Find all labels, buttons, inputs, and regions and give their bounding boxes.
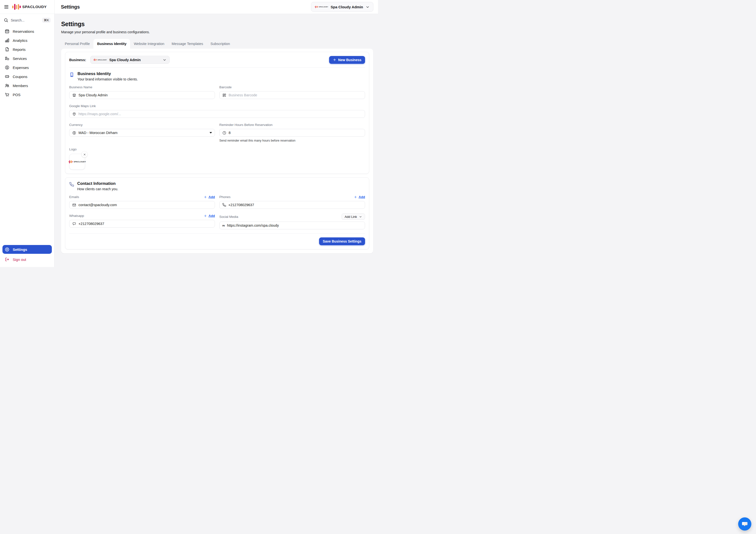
plus-icon (204, 214, 207, 218)
identity-section-title: Business Identity (77, 71, 138, 76)
email-input[interactable] (78, 203, 212, 207)
contact-section-header: Contact Information How clients can reac… (69, 181, 365, 191)
currency-value: MAD - Moroccan Dirham (78, 131, 118, 135)
currency-field: Currency MAD - Moroccan Dirham (69, 122, 215, 137)
sidebar-item-analytics[interactable]: Analytics (2, 36, 52, 45)
google-maps-field: Google Maps Link (69, 104, 365, 118)
sidebar-item-settings[interactable]: Settings (2, 245, 52, 254)
search-shortcut-badge: ⌘K (42, 17, 51, 23)
reminder-hours-field: Reminder Hours Before Reservation Send r… (219, 122, 365, 142)
business-name-input[interactable] (78, 93, 212, 97)
sidebar-item-label: Reservations (13, 29, 34, 34)
map-pin-icon (72, 112, 76, 116)
reminder-hours-help: Send reminder email this many hours befo… (219, 139, 365, 142)
sidebar-item-expenses[interactable]: Expenses (2, 63, 52, 72)
sidebar-item-pos[interactable]: POS (2, 90, 52, 99)
sign-out-icon (5, 257, 10, 262)
remove-logo-button[interactable] (82, 151, 87, 157)
add-phone-button[interactable]: Add (354, 195, 365, 199)
brand-logo-icon (94, 59, 97, 61)
chat-bubble-icon (72, 222, 76, 226)
social-media-label: Social Media (219, 215, 238, 219)
phones-label: Phones (219, 195, 230, 199)
caret-down-icon (209, 132, 212, 134)
logo-preview: SPACLOUDY (69, 154, 85, 170)
sidebar-item-reservations[interactable]: Reservations (2, 27, 52, 36)
brand-logo-icon (315, 6, 318, 8)
sidebar-nav: Reservations Analytics Reports Services … (0, 25, 54, 244)
building-icon (69, 72, 74, 81)
sidebar-item-label: Reports (13, 47, 26, 52)
sidebar-item-members[interactable]: Members (2, 81, 52, 90)
users-icon (5, 83, 10, 88)
storefront-icon (72, 93, 76, 97)
search-input[interactable] (11, 18, 40, 22)
logo-label: Logo (69, 147, 76, 151)
business-select-value: Spa Cloudy Admin (109, 58, 141, 62)
sidebar-search: ⌘K (0, 14, 54, 25)
tab-message-templates[interactable]: Message Templates (168, 39, 207, 49)
sidebar-item-label: Expenses (13, 66, 29, 70)
sidebar-footer: Settings Sign out (0, 244, 54, 267)
tab-business-identity[interactable]: Business Identity (94, 39, 130, 49)
main-area: Settings SPACLOUDY Spa Cloudy Admin Sett… (55, 0, 378, 267)
barcode-input[interactable] (229, 93, 362, 97)
sidebar-item-services[interactable]: Services (2, 54, 52, 63)
new-business-button[interactable]: New Business (329, 56, 365, 64)
whatsapp-input[interactable] (78, 222, 212, 226)
business-name-label: Business Name (69, 85, 93, 89)
save-business-settings-button[interactable]: Save Business Settings (319, 237, 365, 245)
plus-icon (333, 58, 337, 62)
ticket-icon (5, 74, 10, 79)
document-icon (5, 47, 10, 52)
topbar-title: Settings (61, 4, 80, 10)
sidebar-item-label: POS (13, 93, 20, 97)
contact-information-card: Contact Information How clients can reac… (65, 177, 369, 250)
business-switcher-row: Business: SPACLOUDY Spa Cloudy Admin New (69, 56, 365, 64)
phone-icon (69, 182, 74, 191)
chevron-down-icon (359, 215, 362, 218)
sidebar-item-signout[interactable]: Sign out (2, 255, 52, 264)
google-maps-input[interactable] (78, 112, 362, 116)
account-menu-button[interactable]: SPACLOUDY Spa Cloudy Admin (311, 2, 373, 12)
contact-section-subtitle: How clients can reach you. (77, 187, 118, 191)
add-email-button[interactable]: Add (204, 195, 215, 199)
tab-subscription[interactable]: Subscription (207, 39, 234, 49)
business-identity-card: Business: SPACLOUDY Spa Cloudy Admin New (65, 52, 369, 174)
sidebar-item-coupons[interactable]: Coupons (2, 72, 52, 81)
emails-field: Emails Add (69, 195, 215, 209)
identity-section-header: Business Identity Your brand information… (69, 71, 365, 81)
qr-code-icon (222, 93, 227, 97)
account-name: Spa Cloudy Admin (331, 5, 363, 9)
sidebar-item-label: Coupons (13, 75, 27, 79)
google-maps-label: Google Maps Link (69, 104, 96, 108)
add-whatsapp-button[interactable]: Add (204, 214, 215, 218)
sidebar-item-label: Sign out (13, 257, 26, 262)
sidebar-header: SPACLOUDY (0, 0, 54, 14)
hamburger-menu-button[interactable] (4, 4, 9, 10)
sidebar-item-reports[interactable]: Reports (2, 45, 52, 54)
uploaded-logo-image: SPACLOUDY (68, 160, 86, 163)
social-media-input[interactable] (227, 224, 362, 227)
reminder-hours-input[interactable] (229, 131, 362, 135)
tab-personal-profile[interactable]: Personal Profile (61, 39, 94, 49)
currency-select[interactable]: MAD - Moroccan Dirham (69, 129, 215, 137)
divider (69, 67, 365, 68)
card-footer: Save Business Settings (69, 233, 365, 245)
brand-logo-icon (68, 160, 73, 163)
tab-website-integration[interactable]: Website Integration (130, 39, 168, 49)
phone-input[interactable] (229, 203, 362, 207)
sidebar-item-label: Services (13, 57, 27, 61)
add-social-link-button[interactable]: Add Link (341, 213, 365, 220)
chevron-down-icon (163, 58, 167, 62)
business-select[interactable]: SPACLOUDY Spa Cloudy Admin (90, 56, 170, 64)
settings-tabs: Personal Profile Business Identity Websi… (61, 39, 373, 49)
blocks-icon (5, 56, 10, 61)
plus-icon (354, 195, 357, 199)
hamburger-icon (4, 4, 9, 10)
sidebar-item-label: Settings (13, 248, 27, 252)
page-title: Settings (61, 20, 373, 28)
close-icon (83, 153, 86, 156)
gear-icon (5, 247, 10, 252)
page-subtitle: Manage your personal profile and busines… (61, 30, 373, 34)
